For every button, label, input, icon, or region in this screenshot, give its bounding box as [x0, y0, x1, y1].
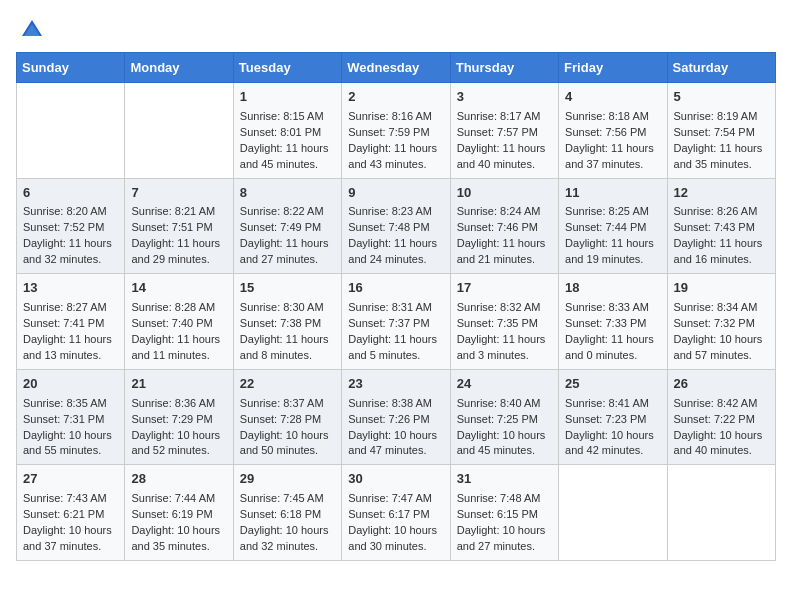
calendar-cell: 22Sunrise: 8:37 AMSunset: 7:28 PMDayligh…	[233, 369, 341, 465]
day-number: 10	[457, 184, 552, 203]
day-number: 17	[457, 279, 552, 298]
calendar-cell: 21Sunrise: 8:36 AMSunset: 7:29 PMDayligh…	[125, 369, 233, 465]
day-number: 22	[240, 375, 335, 394]
calendar-cell: 28Sunrise: 7:44 AMSunset: 6:19 PMDayligh…	[125, 465, 233, 561]
day-number: 9	[348, 184, 443, 203]
day-number: 11	[565, 184, 660, 203]
day-number: 2	[348, 88, 443, 107]
calendar-cell: 19Sunrise: 8:34 AMSunset: 7:32 PMDayligh…	[667, 274, 775, 370]
day-number: 14	[131, 279, 226, 298]
day-number: 5	[674, 88, 769, 107]
calendar-cell: 18Sunrise: 8:33 AMSunset: 7:33 PMDayligh…	[559, 274, 667, 370]
calendar-cell: 14Sunrise: 8:28 AMSunset: 7:40 PMDayligh…	[125, 274, 233, 370]
day-number: 24	[457, 375, 552, 394]
day-header-tuesday: Tuesday	[233, 53, 341, 83]
calendar-cell: 10Sunrise: 8:24 AMSunset: 7:46 PMDayligh…	[450, 178, 558, 274]
day-number: 6	[23, 184, 118, 203]
day-header-friday: Friday	[559, 53, 667, 83]
page-header	[16, 16, 776, 44]
calendar-cell: 27Sunrise: 7:43 AMSunset: 6:21 PMDayligh…	[17, 465, 125, 561]
day-number: 19	[674, 279, 769, 298]
day-number: 15	[240, 279, 335, 298]
day-header-wednesday: Wednesday	[342, 53, 450, 83]
calendar-cell: 29Sunrise: 7:45 AMSunset: 6:18 PMDayligh…	[233, 465, 341, 561]
calendar-cell: 12Sunrise: 8:26 AMSunset: 7:43 PMDayligh…	[667, 178, 775, 274]
calendar-cell	[667, 465, 775, 561]
calendar-cell: 9Sunrise: 8:23 AMSunset: 7:48 PMDaylight…	[342, 178, 450, 274]
day-number: 13	[23, 279, 118, 298]
day-number: 1	[240, 88, 335, 107]
logo-icon	[18, 16, 46, 44]
calendar-cell	[125, 83, 233, 179]
calendar-header-row: SundayMondayTuesdayWednesdayThursdayFrid…	[17, 53, 776, 83]
day-number: 8	[240, 184, 335, 203]
day-number: 28	[131, 470, 226, 489]
day-number: 23	[348, 375, 443, 394]
day-number: 16	[348, 279, 443, 298]
calendar-cell: 7Sunrise: 8:21 AMSunset: 7:51 PMDaylight…	[125, 178, 233, 274]
day-number: 30	[348, 470, 443, 489]
calendar-cell: 25Sunrise: 8:41 AMSunset: 7:23 PMDayligh…	[559, 369, 667, 465]
day-header-thursday: Thursday	[450, 53, 558, 83]
calendar-cell: 5Sunrise: 8:19 AMSunset: 7:54 PMDaylight…	[667, 83, 775, 179]
calendar-week-row: 13Sunrise: 8:27 AMSunset: 7:41 PMDayligh…	[17, 274, 776, 370]
calendar-cell: 17Sunrise: 8:32 AMSunset: 7:35 PMDayligh…	[450, 274, 558, 370]
calendar-cell: 23Sunrise: 8:38 AMSunset: 7:26 PMDayligh…	[342, 369, 450, 465]
day-number: 3	[457, 88, 552, 107]
calendar-cell	[17, 83, 125, 179]
day-number: 21	[131, 375, 226, 394]
day-number: 4	[565, 88, 660, 107]
calendar-cell: 31Sunrise: 7:48 AMSunset: 6:15 PMDayligh…	[450, 465, 558, 561]
day-number: 25	[565, 375, 660, 394]
calendar-cell	[559, 465, 667, 561]
day-header-sunday: Sunday	[17, 53, 125, 83]
logo	[16, 16, 46, 44]
calendar-week-row: 27Sunrise: 7:43 AMSunset: 6:21 PMDayligh…	[17, 465, 776, 561]
calendar-cell: 13Sunrise: 8:27 AMSunset: 7:41 PMDayligh…	[17, 274, 125, 370]
day-number: 18	[565, 279, 660, 298]
day-number: 31	[457, 470, 552, 489]
day-number: 12	[674, 184, 769, 203]
calendar-cell: 20Sunrise: 8:35 AMSunset: 7:31 PMDayligh…	[17, 369, 125, 465]
calendar-week-row: 6Sunrise: 8:20 AMSunset: 7:52 PMDaylight…	[17, 178, 776, 274]
calendar-cell: 1Sunrise: 8:15 AMSunset: 8:01 PMDaylight…	[233, 83, 341, 179]
day-header-monday: Monday	[125, 53, 233, 83]
calendar-cell: 24Sunrise: 8:40 AMSunset: 7:25 PMDayligh…	[450, 369, 558, 465]
day-number: 7	[131, 184, 226, 203]
calendar-week-row: 1Sunrise: 8:15 AMSunset: 8:01 PMDaylight…	[17, 83, 776, 179]
calendar-table: SundayMondayTuesdayWednesdayThursdayFrid…	[16, 52, 776, 561]
day-header-saturday: Saturday	[667, 53, 775, 83]
calendar-cell: 8Sunrise: 8:22 AMSunset: 7:49 PMDaylight…	[233, 178, 341, 274]
calendar-cell: 4Sunrise: 8:18 AMSunset: 7:56 PMDaylight…	[559, 83, 667, 179]
calendar-cell: 2Sunrise: 8:16 AMSunset: 7:59 PMDaylight…	[342, 83, 450, 179]
calendar-cell: 15Sunrise: 8:30 AMSunset: 7:38 PMDayligh…	[233, 274, 341, 370]
day-number: 26	[674, 375, 769, 394]
calendar-cell: 30Sunrise: 7:47 AMSunset: 6:17 PMDayligh…	[342, 465, 450, 561]
calendar-cell: 3Sunrise: 8:17 AMSunset: 7:57 PMDaylight…	[450, 83, 558, 179]
calendar-cell: 6Sunrise: 8:20 AMSunset: 7:52 PMDaylight…	[17, 178, 125, 274]
day-number: 29	[240, 470, 335, 489]
calendar-cell: 26Sunrise: 8:42 AMSunset: 7:22 PMDayligh…	[667, 369, 775, 465]
calendar-cell: 16Sunrise: 8:31 AMSunset: 7:37 PMDayligh…	[342, 274, 450, 370]
calendar-week-row: 20Sunrise: 8:35 AMSunset: 7:31 PMDayligh…	[17, 369, 776, 465]
day-number: 20	[23, 375, 118, 394]
day-number: 27	[23, 470, 118, 489]
calendar-cell: 11Sunrise: 8:25 AMSunset: 7:44 PMDayligh…	[559, 178, 667, 274]
